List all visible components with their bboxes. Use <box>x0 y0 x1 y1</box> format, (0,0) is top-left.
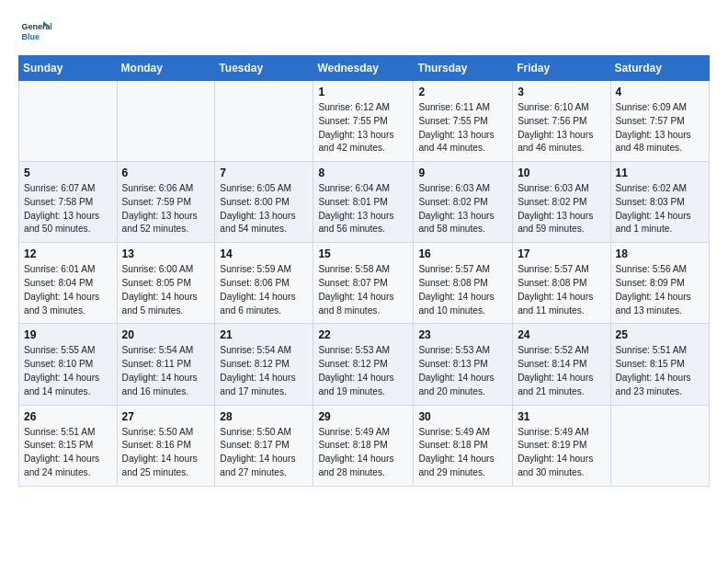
day-info: Sunrise: 5:49 AM Sunset: 8:19 PM Dayligh… <box>518 426 605 480</box>
calendar-header-row: SundayMondayTuesdayWednesdayThursdayFrid… <box>19 56 710 81</box>
header-friday: Friday <box>513 56 610 81</box>
logo-icon: General Blue <box>18 15 51 48</box>
header-tuesday: Tuesday <box>215 56 313 81</box>
calendar-cell: 20Sunrise: 5:54 AM Sunset: 8:11 PM Dayli… <box>117 324 215 405</box>
day-info: Sunrise: 6:02 AM Sunset: 8:03 PM Dayligh… <box>616 182 704 236</box>
day-info: Sunrise: 5:50 AM Sunset: 8:16 PM Dayligh… <box>122 426 210 480</box>
logo: General Blue <box>18 15 57 48</box>
day-number: 16 <box>418 247 507 260</box>
calendar-cell: 19Sunrise: 5:55 AM Sunset: 8:10 PM Dayli… <box>19 324 118 405</box>
day-number: 17 <box>518 247 605 260</box>
day-number: 14 <box>220 247 308 260</box>
calendar-cell: 5Sunrise: 6:07 AM Sunset: 7:58 PM Daylig… <box>19 162 118 243</box>
day-number: 4 <box>616 86 704 98</box>
day-info: Sunrise: 6:03 AM Sunset: 8:02 PM Dayligh… <box>518 182 605 236</box>
page-header: General Blue <box>18 15 710 48</box>
calendar-cell: 24Sunrise: 5:52 AM Sunset: 8:14 PM Dayli… <box>513 324 610 405</box>
day-number: 9 <box>418 167 507 179</box>
day-info: Sunrise: 5:53 AM Sunset: 8:13 PM Dayligh… <box>418 344 507 398</box>
calendar-cell <box>610 405 709 486</box>
day-number: 3 <box>518 86 605 98</box>
calendar-cell: 14Sunrise: 5:59 AM Sunset: 8:06 PM Dayli… <box>215 243 313 324</box>
calendar-table: SundayMondayTuesdayWednesdayThursdayFrid… <box>18 55 710 487</box>
day-info: Sunrise: 5:51 AM Sunset: 8:15 PM Dayligh… <box>24 426 112 480</box>
day-number: 10 <box>518 167 605 179</box>
day-info: Sunrise: 6:03 AM Sunset: 8:02 PM Dayligh… <box>418 182 507 236</box>
header-thursday: Thursday <box>414 56 513 81</box>
day-number: 12 <box>24 247 112 260</box>
calendar-cell: 18Sunrise: 5:56 AM Sunset: 8:09 PM Dayli… <box>610 243 709 324</box>
day-info: Sunrise: 5:52 AM Sunset: 8:14 PM Dayligh… <box>518 344 605 398</box>
calendar-week-row: 26Sunrise: 5:51 AM Sunset: 8:15 PM Dayli… <box>19 405 710 486</box>
day-info: Sunrise: 6:01 AM Sunset: 8:04 PM Dayligh… <box>24 263 112 317</box>
calendar-cell: 1Sunrise: 6:12 AM Sunset: 7:55 PM Daylig… <box>313 81 414 162</box>
calendar-cell <box>215 81 313 162</box>
day-info: Sunrise: 5:54 AM Sunset: 8:12 PM Dayligh… <box>220 344 308 398</box>
day-info: Sunrise: 5:57 AM Sunset: 8:08 PM Dayligh… <box>518 263 605 317</box>
calendar-cell: 27Sunrise: 5:50 AM Sunset: 8:16 PM Dayli… <box>117 405 215 486</box>
calendar-cell: 17Sunrise: 5:57 AM Sunset: 8:08 PM Dayli… <box>513 243 610 324</box>
day-info: Sunrise: 6:10 AM Sunset: 7:56 PM Dayligh… <box>518 101 605 155</box>
day-number: 7 <box>220 167 308 179</box>
day-info: Sunrise: 6:04 AM Sunset: 8:01 PM Dayligh… <box>318 182 408 236</box>
calendar-week-row: 5Sunrise: 6:07 AM Sunset: 7:58 PM Daylig… <box>19 162 710 243</box>
day-info: Sunrise: 5:49 AM Sunset: 8:18 PM Dayligh… <box>418 426 507 480</box>
calendar-cell <box>117 81 215 162</box>
svg-text:General: General <box>22 22 51 31</box>
day-number: 27 <box>122 410 210 423</box>
day-info: Sunrise: 6:11 AM Sunset: 7:55 PM Dayligh… <box>418 101 507 155</box>
day-info: Sunrise: 5:56 AM Sunset: 8:09 PM Dayligh… <box>616 263 704 317</box>
day-number: 25 <box>616 328 704 341</box>
day-info: Sunrise: 5:58 AM Sunset: 8:07 PM Dayligh… <box>318 263 408 317</box>
calendar-cell: 4Sunrise: 6:09 AM Sunset: 7:57 PM Daylig… <box>610 81 709 162</box>
day-info: Sunrise: 5:49 AM Sunset: 8:18 PM Dayligh… <box>318 426 408 480</box>
calendar-cell: 11Sunrise: 6:02 AM Sunset: 8:03 PM Dayli… <box>610 162 709 243</box>
day-info: Sunrise: 6:07 AM Sunset: 7:58 PM Dayligh… <box>24 182 112 236</box>
day-number: 2 <box>418 86 507 98</box>
day-info: Sunrise: 6:05 AM Sunset: 8:00 PM Dayligh… <box>220 182 308 236</box>
calendar-week-row: 19Sunrise: 5:55 AM Sunset: 8:10 PM Dayli… <box>19 324 710 405</box>
day-number: 31 <box>518 410 605 423</box>
calendar-cell: 29Sunrise: 5:49 AM Sunset: 8:18 PM Dayli… <box>313 405 414 486</box>
calendar-cell: 31Sunrise: 5:49 AM Sunset: 8:19 PM Dayli… <box>513 405 610 486</box>
day-number: 19 <box>24 328 112 341</box>
calendar-cell: 12Sunrise: 6:01 AM Sunset: 8:04 PM Dayli… <box>19 243 118 324</box>
day-info: Sunrise: 5:59 AM Sunset: 8:06 PM Dayligh… <box>220 263 308 317</box>
day-info: Sunrise: 6:06 AM Sunset: 7:59 PM Dayligh… <box>122 182 210 236</box>
calendar-cell: 8Sunrise: 6:04 AM Sunset: 8:01 PM Daylig… <box>313 162 414 243</box>
day-number: 5 <box>24 167 112 179</box>
day-info: Sunrise: 5:55 AM Sunset: 8:10 PM Dayligh… <box>24 344 112 398</box>
day-number: 11 <box>616 167 704 179</box>
calendar-cell: 10Sunrise: 6:03 AM Sunset: 8:02 PM Dayli… <box>513 162 610 243</box>
header-monday: Monday <box>117 56 215 81</box>
header-sunday: Sunday <box>19 56 118 81</box>
calendar-cell: 21Sunrise: 5:54 AM Sunset: 8:12 PM Dayli… <box>215 324 313 405</box>
day-number: 1 <box>318 86 408 98</box>
day-number: 20 <box>122 328 210 341</box>
calendar-cell: 7Sunrise: 6:05 AM Sunset: 8:00 PM Daylig… <box>215 162 313 243</box>
day-info: Sunrise: 5:53 AM Sunset: 8:12 PM Dayligh… <box>318 344 408 398</box>
day-number: 21 <box>220 328 308 341</box>
day-number: 29 <box>318 410 408 423</box>
calendar-cell: 16Sunrise: 5:57 AM Sunset: 8:08 PM Dayli… <box>414 243 513 324</box>
day-number: 28 <box>220 410 308 423</box>
header-wednesday: Wednesday <box>313 56 414 81</box>
header-saturday: Saturday <box>610 56 709 81</box>
calendar-cell: 3Sunrise: 6:10 AM Sunset: 7:56 PM Daylig… <box>513 81 610 162</box>
day-number: 8 <box>318 167 408 179</box>
day-info: Sunrise: 5:54 AM Sunset: 8:11 PM Dayligh… <box>122 344 210 398</box>
day-number: 23 <box>418 328 507 341</box>
day-info: Sunrise: 5:57 AM Sunset: 8:08 PM Dayligh… <box>418 263 507 317</box>
calendar-cell: 25Sunrise: 5:51 AM Sunset: 8:15 PM Dayli… <box>610 324 709 405</box>
day-info: Sunrise: 6:09 AM Sunset: 7:57 PM Dayligh… <box>616 101 704 155</box>
calendar-cell: 9Sunrise: 6:03 AM Sunset: 8:02 PM Daylig… <box>414 162 513 243</box>
day-number: 30 <box>418 410 507 423</box>
day-info: Sunrise: 5:50 AM Sunset: 8:17 PM Dayligh… <box>220 426 308 480</box>
calendar-cell: 30Sunrise: 5:49 AM Sunset: 8:18 PM Dayli… <box>414 405 513 486</box>
day-number: 13 <box>122 247 210 260</box>
calendar-cell: 22Sunrise: 5:53 AM Sunset: 8:12 PM Dayli… <box>313 324 414 405</box>
svg-text:Blue: Blue <box>22 32 40 41</box>
calendar-week-row: 1Sunrise: 6:12 AM Sunset: 7:55 PM Daylig… <box>19 81 710 162</box>
day-number: 15 <box>318 247 408 260</box>
calendar-cell: 23Sunrise: 5:53 AM Sunset: 8:13 PM Dayli… <box>414 324 513 405</box>
